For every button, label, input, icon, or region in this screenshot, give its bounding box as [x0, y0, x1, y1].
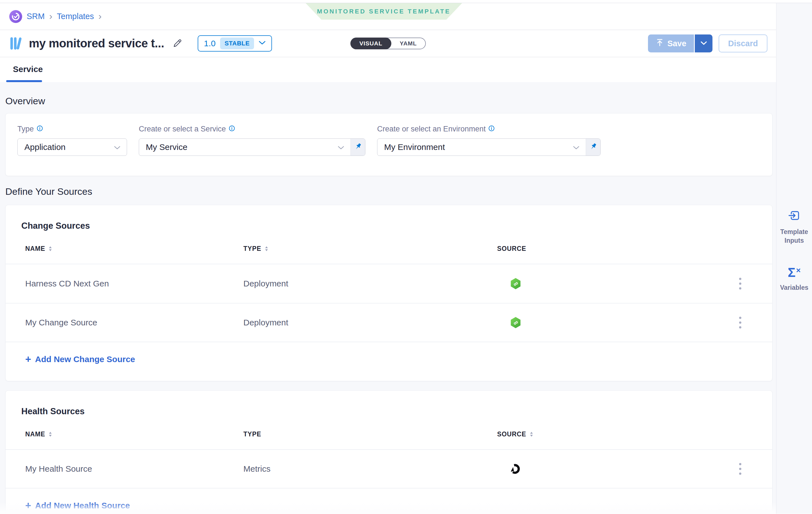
health-source-name: My Health Source [25, 464, 243, 474]
top-edge-strip [0, 0, 812, 3]
add-new-change-source-label: Add New Change Source [35, 355, 135, 364]
breadcrumb-templates-link[interactable]: Templates [57, 12, 94, 21]
change-source-source-cell: ∞ [497, 317, 736, 328]
row-menu-button[interactable] [736, 275, 744, 292]
change-source-type: Deployment [243, 279, 497, 289]
type-field-group: Type Application [18, 125, 127, 176]
change-source-name: My Change Source [25, 318, 243, 327]
chevron-right-icon: › [98, 11, 102, 21]
monitored-service-template-badge: MONITORED SERVICE TEMPLATE [306, 3, 462, 20]
pin-service-button[interactable] [350, 139, 365, 155]
breadcrumb-srm-link[interactable]: SRM [27, 12, 45, 21]
type-select[interactable]: Application [18, 139, 127, 156]
health-source-row[interactable]: My Health Source Metrics [6, 449, 772, 488]
overview-section-heading: Overview [5, 82, 773, 107]
sort-icon [49, 432, 52, 437]
change-sources-heading: Change Sources [21, 221, 772, 231]
variables-button[interactable]: Σ × Variables [776, 266, 812, 292]
service-select[interactable]: My Service [139, 139, 365, 156]
column-header-label: SOURCE [497, 430, 526, 438]
change-sources-card: Change Sources NAME TYPE [5, 205, 773, 381]
column-header-label: NAME [25, 430, 45, 438]
column-header-label: TYPE [243, 430, 261, 438]
change-source-type: Deployment [243, 318, 497, 327]
harness-cd-glyph: ∞ [512, 280, 520, 288]
health-sources-table: NAME TYPE SOURCE [6, 430, 772, 488]
template-inputs-label: Template Inputs [780, 228, 809, 245]
column-header-type[interactable]: TYPE [243, 430, 497, 438]
environment-select[interactable]: My Environment [377, 139, 601, 156]
environment-label-text: Create or select an Environment [377, 125, 486, 133]
column-header-name[interactable]: NAME [25, 245, 243, 252]
define-sources-heading: Define Your Sources [5, 186, 773, 197]
page-title: my monitored service t... [29, 37, 164, 50]
save-split-button: Save [648, 34, 713, 52]
breadcrumb-bar: SRM › Templates › MONITORED SERVICE TEMP… [0, 3, 776, 30]
pin-environment-button[interactable] [586, 139, 600, 155]
environment-field-group: Create or select an Environment My Envir… [377, 125, 601, 176]
save-button[interactable]: Save [648, 34, 694, 52]
toggle-yaml[interactable]: YAML [392, 38, 425, 49]
template-inputs-button[interactable]: Template Inputs [776, 209, 812, 245]
column-header-label: NAME [25, 245, 45, 252]
row-menu-button[interactable] [736, 460, 744, 478]
save-button-label: Save [667, 39, 686, 48]
toggle-visual[interactable]: VISUAL [350, 37, 392, 49]
info-icon[interactable] [229, 125, 235, 133]
app-frame: SRM › Templates › MONITORED SERVICE TEMP… [0, 3, 812, 514]
type-field-label: Type [18, 125, 127, 133]
pin-icon [589, 142, 598, 152]
srm-module-icon [9, 10, 22, 23]
change-sources-table: NAME TYPE SOURCE [6, 245, 772, 342]
chevron-down-icon [338, 142, 344, 152]
column-header-label: TYPE [243, 245, 261, 252]
plus-icon: + [25, 501, 31, 510]
edit-title-button[interactable] [172, 37, 183, 50]
version-selector[interactable]: 1.0 STABLE [198, 35, 272, 52]
sort-icon [530, 432, 533, 437]
column-header-source[interactable]: SOURCE [497, 245, 741, 252]
pin-icon [354, 142, 362, 152]
discard-button[interactable]: Discard [719, 34, 767, 52]
service-tab-content: Overview Type Application [0, 82, 776, 514]
column-header-source[interactable]: SOURCE [497, 430, 741, 438]
tab-service[interactable]: Service [13, 64, 43, 74]
info-icon[interactable] [37, 125, 43, 133]
plus-icon: + [25, 355, 31, 364]
right-rail: Template Inputs Σ × Variables [776, 3, 812, 514]
tab-bar: Service [0, 57, 776, 82]
add-new-health-source-link[interactable]: + Add New Health Source [25, 501, 130, 510]
column-header-name[interactable]: NAME [25, 430, 243, 438]
version-number: 1.0 [204, 39, 215, 48]
change-source-row[interactable]: Harness CD Next Gen Deployment ∞ [6, 264, 772, 303]
environment-select-value: My Environment [384, 142, 445, 152]
save-options-button[interactable] [694, 34, 713, 52]
upload-icon [656, 38, 664, 49]
change-source-source-cell: ∞ [497, 278, 736, 289]
harness-cd-icon: ∞ [511, 278, 521, 289]
pencil-icon [172, 37, 183, 50]
variables-label: Variables [780, 283, 809, 292]
sort-icon [265, 246, 268, 251]
title-group: my monitored service t... [9, 36, 183, 51]
badge-label: MONITORED SERVICE TEMPLATE [317, 8, 451, 15]
chevron-down-icon [259, 41, 266, 46]
health-sources-table-header: NAME TYPE SOURCE [6, 430, 772, 449]
type-select-value: Application [24, 142, 66, 152]
change-source-name: Harness CD Next Gen [25, 279, 243, 289]
info-icon[interactable] [488, 125, 495, 133]
variables-icon: Σ × [788, 266, 801, 279]
add-new-change-source-link[interactable]: + Add New Change Source [25, 355, 135, 364]
x-glyph: × [796, 267, 801, 274]
change-source-row[interactable]: My Change Source Deployment ∞ [6, 303, 772, 342]
sigma-glyph: Σ [788, 266, 796, 279]
type-label-text: Type [18, 125, 34, 133]
environment-field-label: Create or select an Environment [377, 125, 601, 133]
row-menu-button[interactable] [736, 314, 744, 331]
sort-icon [49, 246, 52, 251]
column-header-type[interactable]: TYPE [243, 245, 497, 252]
active-tab-underline [6, 80, 42, 82]
chevron-right-icon: › [49, 11, 52, 21]
health-sources-card: Health Sources NAME TYPE S [5, 390, 773, 514]
overview-card: Type Application [5, 113, 773, 176]
